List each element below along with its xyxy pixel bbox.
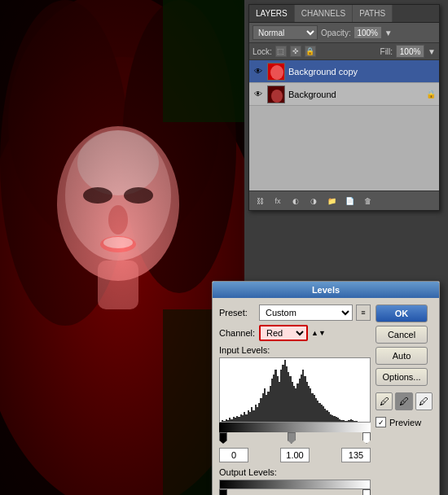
fill-label: Fill: bbox=[380, 47, 393, 56]
levels-title: Levels bbox=[312, 285, 340, 295]
layer-item-bg[interactable]: 👁 Background 🔒 bbox=[249, 83, 439, 106]
levels-left-panel: Preset: Custom ≡ Channel: Red ▲▼ Input L… bbox=[219, 304, 371, 495]
auto-button[interactable]: Auto bbox=[376, 347, 428, 365]
tab-channels[interactable]: CHANNELS bbox=[295, 5, 353, 22]
preview-row: ✓ Preview bbox=[376, 417, 433, 427]
preset-options-icon[interactable]: ≡ bbox=[356, 304, 371, 321]
opacity-input[interactable] bbox=[354, 26, 382, 39]
layer-lock-icon: 🔒 bbox=[426, 90, 436, 99]
channel-select-wrap: Red ▲▼ bbox=[259, 325, 326, 341]
fill-input[interactable] bbox=[396, 45, 424, 58]
input-white-value[interactable] bbox=[341, 448, 371, 462]
output-slider-handles bbox=[219, 489, 371, 495]
ok-button[interactable]: OK bbox=[376, 304, 428, 322]
blend-mode-select[interactable]: Normal bbox=[253, 25, 318, 40]
gray-eyedropper[interactable]: 🖊 bbox=[395, 392, 412, 410]
input-mid-value[interactable] bbox=[280, 448, 310, 462]
svg-point-20 bbox=[271, 90, 283, 103]
lock-all-icon[interactable]: 🔒 bbox=[305, 46, 316, 57]
input-slider-handles: ← bbox=[219, 432, 371, 445]
preset-select[interactable]: Custom bbox=[259, 304, 353, 321]
lock-pixels-icon[interactable]: ⬚ bbox=[275, 46, 287, 57]
preview-label: Preview bbox=[389, 418, 421, 427]
eye-icon-bg-copy[interactable]: 👁 bbox=[253, 67, 264, 77]
opacity-label: Opacity: bbox=[321, 28, 351, 37]
layer-thumbnail-bg bbox=[267, 85, 285, 103]
output-white-handle[interactable] bbox=[362, 489, 371, 495]
layers-blend-row: Normal Opacity: ▼ bbox=[249, 23, 439, 43]
channel-row: Channel: Red ▲▼ bbox=[219, 325, 371, 341]
layer-name-bg-copy: Background copy bbox=[288, 67, 436, 77]
layers-panel-tabs: LAYERS CHANNELS PATHS bbox=[249, 5, 439, 23]
layers-empty-area bbox=[249, 142, 439, 191]
layer-name-bg: Background bbox=[288, 90, 423, 99]
eye-icon-bg[interactable]: 👁 bbox=[253, 90, 264, 99]
adjustment-icon[interactable]: ◑ bbox=[306, 195, 321, 208]
histogram-bar bbox=[355, 421, 357, 422]
tab-layers[interactable]: LAYERS bbox=[249, 5, 295, 22]
eyedroppers-row: 🖊 🖊 🖊 bbox=[376, 392, 433, 410]
svg-rect-15 bbox=[163, 0, 244, 122]
layers-bottom-bar: ⛓ fx ◐ ◑ 📁 📄 🗑 bbox=[249, 191, 439, 210]
preset-row: Preset: Custom ≡ bbox=[219, 304, 371, 321]
layers-panel: LAYERS CHANNELS PATHS Normal Opacity: ▼ … bbox=[248, 4, 440, 211]
new-layer-icon[interactable]: 📄 bbox=[342, 195, 357, 208]
opacity-row: Opacity: ▼ bbox=[321, 26, 393, 39]
trash-icon[interactable]: 🗑 bbox=[360, 195, 375, 208]
layer-thumbnail-bg-copy bbox=[267, 63, 285, 81]
fx-icon[interactable]: fx bbox=[270, 195, 285, 208]
black-eyedropper[interactable]: 🖊 bbox=[376, 392, 393, 410]
levels-dialog: Levels Preset: Custom ≡ Channel: Red ▲▼ bbox=[212, 281, 440, 495]
input-levels-label: Input Levels: bbox=[219, 345, 371, 355]
histogram-bars bbox=[220, 358, 370, 422]
levels-right-panel: OK Cancel Auto Options... 🖊 🖊 🖊 ✓ Previe… bbox=[376, 304, 433, 495]
input-black-value[interactable] bbox=[219, 448, 248, 462]
input-slider-track bbox=[219, 423, 371, 432]
histogram bbox=[219, 357, 371, 423]
cancel-button[interactable]: Cancel bbox=[376, 326, 428, 344]
channel-label: Channel: bbox=[219, 328, 256, 338]
main-canvas bbox=[0, 0, 244, 495]
portrait-svg bbox=[0, 0, 244, 495]
svg-point-18 bbox=[270, 65, 283, 80]
lock-row: Lock: ⬚ ✜ 🔒 Fill: ▼ bbox=[249, 43, 439, 60]
tab-paths[interactable]: PATHS bbox=[353, 5, 393, 22]
lock-label: Lock: bbox=[253, 47, 272, 56]
channel-select[interactable]: Red bbox=[259, 325, 308, 341]
levels-body: Preset: Custom ≡ Channel: Red ▲▼ Input L… bbox=[213, 298, 439, 495]
white-point-handle[interactable] bbox=[362, 432, 371, 444]
input-slider-area: ← bbox=[219, 423, 371, 445]
options-button[interactable]: Options... bbox=[376, 368, 428, 386]
midpoint-handle[interactable]: ← bbox=[288, 432, 296, 444]
lock-position-icon[interactable]: ✜ bbox=[290, 46, 301, 57]
link-icon[interactable]: ⛓ bbox=[253, 195, 267, 208]
output-gradient bbox=[219, 480, 371, 489]
preset-label: Preset: bbox=[219, 308, 256, 318]
black-point-handle[interactable] bbox=[219, 432, 227, 444]
output-levels-label: Output Levels: bbox=[219, 467, 371, 477]
layer-item-bg-copy[interactable]: 👁 Background copy bbox=[249, 60, 439, 83]
mask-icon[interactable]: ◐ bbox=[288, 195, 303, 208]
preview-checkbox[interactable]: ✓ bbox=[376, 417, 386, 427]
layers-list: 👁 Background copy 👁 Background 🔒 bbox=[249, 60, 439, 142]
folder-icon[interactable]: 📁 bbox=[324, 195, 339, 208]
white-eyedropper[interactable]: 🖊 bbox=[415, 392, 433, 410]
input-values-row bbox=[219, 448, 371, 462]
levels-titlebar: Levels bbox=[213, 282, 439, 298]
channel-arrows[interactable]: ▲▼ bbox=[311, 329, 326, 337]
output-black-handle[interactable] bbox=[219, 489, 227, 495]
